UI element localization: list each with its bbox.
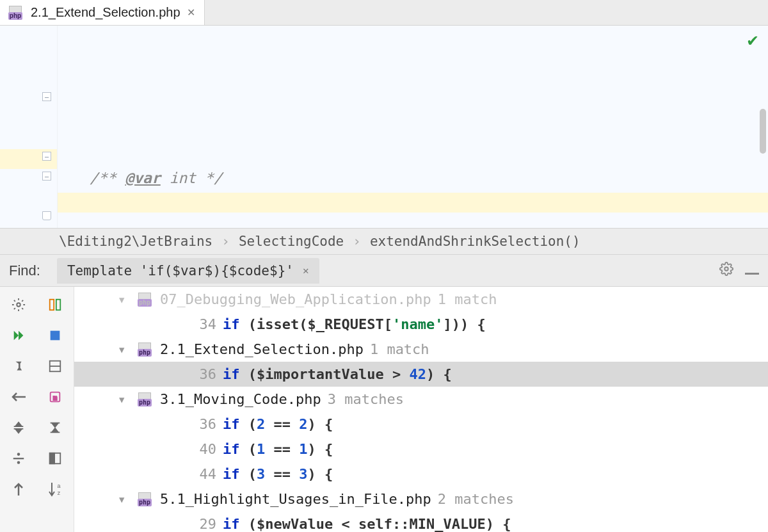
rerun-icon[interactable] — [4, 323, 33, 348]
find-panel-header: Find: Template 'if($var$){$code$}' ✕ — [0, 255, 768, 287]
close-find-tab-icon[interactable]: ✕ — [303, 264, 309, 277]
svg-point-2 — [724, 267, 728, 271]
back-icon[interactable] — [4, 384, 33, 410]
breadcrumb: \Editing2\JetBrains › SelectingCode › ex… — [0, 228, 768, 255]
sort-alpha-icon[interactable]: az — [41, 476, 69, 502]
svg-text:z: z — [58, 490, 61, 496]
code-snippet: if ($newValue < self::MIN_VALUE) { — [223, 516, 511, 532]
breadcrumb-segment[interactable]: \Editing2\JetBrains — [59, 234, 212, 249]
open-editor-icon[interactable] — [41, 292, 69, 318]
svg-rect-7 — [51, 331, 60, 341]
php-file-icon: php — [136, 492, 154, 506]
expand-all-icon[interactable] — [4, 415, 33, 440]
find-panel-body: m az ▼php07_Debugging_Web_Application.ph… — [0, 287, 768, 532]
collapse-all-icon[interactable] — [41, 415, 69, 440]
result-match-row[interactable]: 40if (1 == 1) { — [74, 437, 768, 462]
result-filename: 3.1_Moving_Code.php — [160, 391, 321, 407]
find-toolbar: m az — [0, 287, 74, 532]
editor-tab-bar: php 2.1_Extend_Selection.php ✕ — [0, 0, 768, 26]
line-number: 36 — [193, 416, 216, 432]
result-filename: 2.1_Extend_Selection.php — [160, 341, 364, 357]
code-snippet: if (1 == 1) { — [223, 441, 333, 457]
code-editor[interactable]: – – – /** @var int */ public $Age; publi… — [0, 26, 768, 228]
inspection-ok-icon[interactable]: ✔ — [746, 32, 759, 50]
stop-icon[interactable] — [41, 323, 69, 348]
result-file-row[interactable]: ▼php5.1_Highlight_Usages_in_File.php2 ma… — [74, 487, 768, 512]
line-number: 44 — [193, 466, 216, 482]
result-filename: 07_Debugging_Web_Application.php — [160, 291, 431, 307]
result-match-row[interactable]: 44if (3 == 3) { — [74, 462, 768, 487]
preview-icon[interactable] — [41, 446, 69, 471]
svg-point-12 — [17, 453, 20, 456]
result-file-row[interactable]: ▼php2.1_Extend_Selection.php1 match — [74, 337, 768, 362]
fold-marker-icon[interactable]: – — [42, 92, 51, 101]
match-count: 2 matches — [438, 491, 514, 507]
divide-icon[interactable] — [4, 446, 33, 471]
line-number: 36 — [193, 366, 216, 382]
pin-icon[interactable] — [4, 353, 33, 379]
settings-icon[interactable] — [4, 292, 33, 318]
breadcrumb-segment[interactable]: extendAndShrinkSelection() — [370, 234, 580, 249]
svg-rect-3 — [745, 273, 759, 275]
php-file-icon: php — [136, 392, 154, 407]
result-file-row[interactable]: ▼php3.1_Moving_Code.php3 matches — [74, 387, 768, 412]
code-area[interactable]: /** @var int */ public $Age; public func… — [58, 26, 768, 228]
line-number: 40 — [193, 441, 216, 457]
svg-rect-6 — [56, 300, 60, 310]
result-filename: 5.1_Highlight_Usages_in_File.php — [160, 491, 431, 507]
breadcrumb-segment[interactable]: SelectingCode — [239, 234, 344, 249]
fold-marker-icon[interactable]: – — [42, 172, 51, 181]
result-match-row[interactable]: 29if ($newValue < self::MIN_VALUE) { — [74, 512, 768, 532]
tab-filename: 2.1_Extend_Selection.php — [31, 5, 180, 20]
chevron-down-icon[interactable]: ▼ — [119, 394, 129, 405]
chevron-down-icon[interactable]: ▼ — [119, 494, 129, 504]
regex-icon[interactable]: m — [41, 384, 69, 410]
result-file-row[interactable]: ▼php07_Debugging_Web_Application.php1 ma… — [74, 287, 768, 312]
php-file-icon: php — [6, 6, 24, 20]
doc-tag: @var — [125, 170, 160, 186]
svg-text:a: a — [58, 483, 61, 489]
chevron-down-icon[interactable]: ▼ — [119, 294, 129, 305]
code-snippet: if (2 == 2) { — [223, 416, 333, 432]
match-count: 1 match — [438, 291, 497, 307]
find-label: Find: — [9, 262, 40, 279]
code-snippet: if (isset($_REQUEST['name'])) { — [223, 316, 486, 332]
result-match-row[interactable]: 36if (2 == 2) { — [74, 412, 768, 437]
svg-text:m: m — [53, 394, 58, 402]
chevron-down-icon[interactable]: ▼ — [119, 344, 129, 355]
gear-icon[interactable] — [719, 262, 733, 280]
minimize-panel-icon[interactable] — [745, 262, 759, 279]
svg-point-4 — [17, 303, 20, 307]
chevron-right-icon: › — [353, 234, 361, 249]
editor-scrollbar[interactable] — [760, 109, 766, 154]
php-file-icon: php — [136, 293, 154, 307]
doc-comment: /** — [90, 170, 125, 186]
editor-tab[interactable]: php 2.1_Extend_Selection.php ✕ — [0, 0, 205, 25]
editor-gutter: – – – — [0, 26, 58, 228]
close-tab-icon[interactable]: ✕ — [187, 6, 195, 19]
svg-rect-13 — [13, 458, 24, 459]
svg-rect-16 — [50, 453, 54, 464]
match-count: 1 match — [370, 341, 429, 357]
up-arrow-icon[interactable] — [4, 476, 33, 502]
svg-point-14 — [17, 461, 20, 464]
doc-type: int */ — [161, 170, 223, 186]
line-number: 34 — [193, 316, 216, 332]
find-tab-label: Template 'if($var$){$code$}' — [67, 263, 294, 278]
chevron-right-icon: › — [221, 234, 230, 249]
code-snippet: if (3 == 3) { — [223, 466, 333, 482]
fold-marker-icon[interactable] — [42, 211, 51, 220]
line-number: 29 — [193, 516, 216, 532]
result-match-row[interactable]: 36if ($importantValue > 42) { — [74, 362, 768, 387]
fold-marker-icon[interactable]: – — [42, 152, 51, 161]
match-count: 3 matches — [328, 391, 404, 407]
svg-rect-5 — [50, 300, 54, 310]
layout-icon[interactable] — [41, 353, 69, 379]
result-match-row[interactable]: 34if (isset($_REQUEST['name'])) { — [74, 312, 768, 337]
php-file-icon: php — [136, 343, 154, 357]
code-snippet: if ($importantValue > 42) { — [223, 366, 452, 382]
find-result-tab[interactable]: Template 'if($var$){$code$}' ✕ — [57, 258, 319, 284]
find-results-tree[interactable]: ▼php07_Debugging_Web_Application.php1 ma… — [74, 287, 768, 532]
